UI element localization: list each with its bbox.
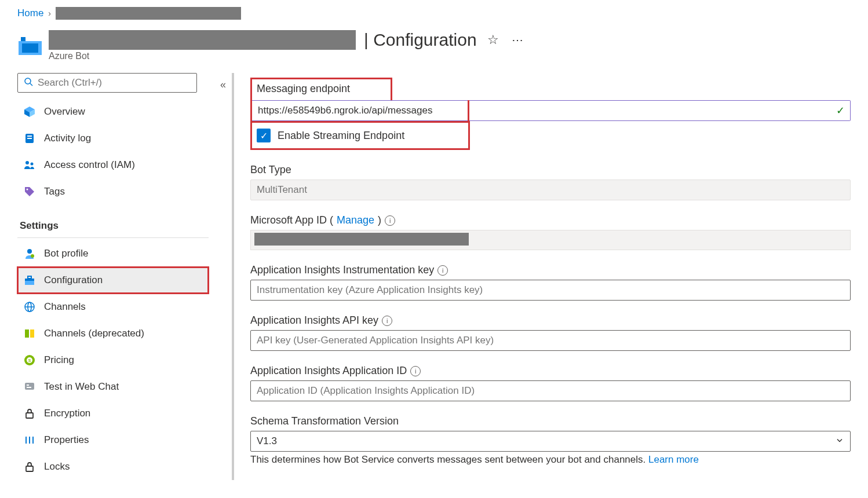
svg-rect-1 xyxy=(21,37,25,41)
sidebar-item-activity-log[interactable]: Activity log xyxy=(17,125,209,152)
ai-instr-key-input[interactable] xyxy=(250,280,851,301)
checkbox-checked-icon[interactable]: ✓ xyxy=(257,129,271,142)
main-content: Messaging endpoint ✓ ✓ Enable Streaming … xyxy=(232,73,862,480)
svg-point-11 xyxy=(25,161,29,164)
info-icon[interactable]: i xyxy=(437,265,448,276)
manage-app-id-link[interactable]: Manage xyxy=(337,214,374,226)
sidebar-item-label: Channels (deprecated) xyxy=(44,328,144,339)
svg-rect-2 xyxy=(22,43,38,53)
star-icon: ☆ xyxy=(487,32,499,47)
schema-helper-text: This determines how Bot Service converts… xyxy=(250,454,851,466)
more-actions-button[interactable]: ⋯ xyxy=(509,31,526,49)
svg-rect-22 xyxy=(25,329,29,338)
ellipsis-icon: ⋯ xyxy=(512,34,523,46)
globe-icon xyxy=(23,301,36,313)
breadcrumb: Home › xyxy=(0,0,868,20)
sidebar-item-overview[interactable]: Overview xyxy=(17,98,209,125)
chat-icon xyxy=(23,380,36,393)
svg-point-12 xyxy=(31,163,34,166)
messaging-endpoint-label: Messaging endpoint xyxy=(257,83,350,95)
svg-point-3 xyxy=(25,78,31,84)
search-icon xyxy=(24,77,33,89)
svg-rect-34 xyxy=(26,466,33,471)
sidebar-item-pricing[interactable]: $ Pricing xyxy=(17,347,209,374)
ai-app-id-label: Application Insights Application ID i xyxy=(250,365,851,377)
svg-rect-10 xyxy=(27,138,32,139)
sidebar-item-channels[interactable]: Channels xyxy=(17,294,209,320)
schema-version-select[interactable] xyxy=(250,431,851,452)
chevron-double-left-icon: « xyxy=(220,79,226,90)
sidebar-item-label: Channels xyxy=(44,301,86,313)
svg-point-15 xyxy=(31,254,34,258)
sidebar-search[interactable] xyxy=(17,73,197,93)
sidebar-item-channels-deprecated[interactable]: Channels (deprecated) xyxy=(17,320,209,347)
sidebar-item-label: Locks xyxy=(44,461,70,473)
page-title: | Configuration xyxy=(364,30,477,50)
ms-app-id-redacted xyxy=(254,233,469,246)
enable-streaming-label: Enable Streaming Endpoint xyxy=(278,130,404,142)
info-icon[interactable]: i xyxy=(385,215,395,226)
info-icon[interactable]: i xyxy=(410,366,421,376)
breadcrumb-home[interactable]: Home xyxy=(17,8,43,19)
svg-text:$: $ xyxy=(28,358,31,363)
azure-bot-icon xyxy=(17,35,43,56)
toolbox-icon xyxy=(23,274,36,287)
svg-rect-28 xyxy=(27,385,29,386)
sidebar-item-label: Activity log xyxy=(44,133,91,144)
info-icon[interactable]: i xyxy=(382,316,392,326)
valid-check-icon: ✓ xyxy=(836,104,845,117)
ms-app-id-label: Microsoft App ID (Manage) i xyxy=(250,214,851,226)
ai-api-key-input[interactable] xyxy=(250,330,851,351)
sidebar-item-label: Overview xyxy=(44,106,85,118)
sidebar-item-properties[interactable]: Properties xyxy=(17,427,209,453)
favorite-button[interactable]: ☆ xyxy=(485,30,501,50)
people-icon xyxy=(23,159,36,171)
sidebar-section-settings: Settings xyxy=(17,205,209,238)
messaging-endpoint-input[interactable] xyxy=(250,100,851,121)
ai-instr-key-label: Application Insights Instrumentation key… xyxy=(250,264,851,276)
sidebar-item-bot-profile[interactable]: Bot profile xyxy=(17,240,209,267)
resource-type-label: Azure Bot xyxy=(49,51,526,61)
sidebar-item-access-control[interactable]: Access control (IAM) xyxy=(17,152,209,178)
tag-icon xyxy=(23,185,36,198)
ai-app-id-input[interactable] xyxy=(250,380,851,401)
svg-rect-23 xyxy=(30,329,34,338)
sidebar-item-label: Access control (IAM) xyxy=(44,159,135,171)
sidebar-item-label: Encryption xyxy=(44,408,90,419)
svg-rect-18 xyxy=(28,276,31,279)
resource-name-redacted xyxy=(49,30,356,50)
svg-rect-27 xyxy=(25,383,34,390)
svg-line-4 xyxy=(30,83,32,86)
sidebar-item-label: Pricing xyxy=(44,354,74,366)
sidebar: Overview Activity log Access control (IA… xyxy=(17,73,214,480)
enable-streaming-checkbox-row[interactable]: ✓ Enable Streaming Endpoint xyxy=(257,129,404,142)
cube-icon xyxy=(23,105,36,118)
bot-type-label: Bot Type xyxy=(250,164,851,176)
page-header: | Configuration ☆ ⋯ Azure Bot xyxy=(0,20,868,73)
sidebar-item-locks[interactable]: Locks xyxy=(17,453,209,480)
svg-rect-30 xyxy=(26,413,33,418)
breadcrumb-resource-redacted[interactable] xyxy=(56,7,241,20)
sidebar-collapse-button[interactable]: « xyxy=(220,79,226,91)
svg-point-13 xyxy=(27,189,28,191)
sidebar-item-configuration[interactable]: Configuration xyxy=(17,267,209,294)
sidebar-search-input[interactable] xyxy=(38,77,191,89)
sidebar-item-label: Test in Web Chat xyxy=(44,381,119,393)
schema-version-label: Schema Transformation Version xyxy=(250,415,851,427)
learn-more-link[interactable]: Learn more xyxy=(648,454,699,465)
sidebar-item-tags[interactable]: Tags xyxy=(17,178,209,205)
sidebar-item-label: Configuration xyxy=(44,274,103,286)
ms-app-id-input xyxy=(250,230,851,250)
svg-point-14 xyxy=(27,249,32,254)
sidebar-item-label: Properties xyxy=(44,434,89,446)
chevron-right-icon: › xyxy=(48,9,51,18)
svg-rect-29 xyxy=(27,387,31,388)
profile-icon xyxy=(23,247,36,260)
svg-rect-9 xyxy=(27,136,32,137)
sidebar-item-test-webchat[interactable]: Test in Web Chat xyxy=(17,374,209,400)
lock-icon xyxy=(23,407,36,420)
pricing-icon: $ xyxy=(23,354,36,367)
sidebar-item-encryption[interactable]: Encryption xyxy=(17,400,209,427)
sidebar-item-label: Tags xyxy=(44,186,65,197)
ai-api-key-label: Application Insights API key i xyxy=(250,314,851,327)
